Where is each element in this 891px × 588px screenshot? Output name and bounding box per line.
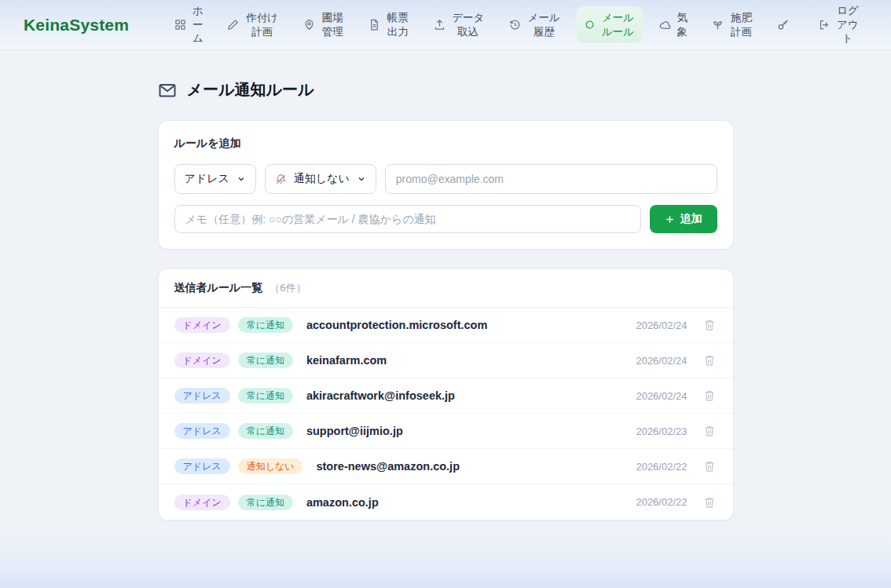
logout-icon <box>819 19 830 31</box>
nav-item-label: メール履歴 <box>526 11 562 38</box>
email-pattern-input[interactable] <box>385 164 717 194</box>
nav-item-field-management[interactable]: 圃場管理 <box>295 6 353 43</box>
memo-input[interactable] <box>174 205 641 233</box>
rule-action-select[interactable]: 通知しない <box>265 164 376 194</box>
add-button-label: 追加 <box>680 212 702 226</box>
nav-item-label: 圃場管理 <box>321 11 345 38</box>
top-navigation: KeinaSystem ホーム 作付け計画 圃場管理 帳票出力 <box>0 0 891 50</box>
page-title: メール通知ルール <box>158 79 734 100</box>
nav-item-label: データ取込 <box>451 11 486 38</box>
nav-item-label: ホーム <box>192 4 204 46</box>
rule-type-badge: ドメイン <box>174 352 230 368</box>
rule-pattern: akiracraftwork@infoseek.jp <box>306 389 629 402</box>
rules-list-card: 送信者ルール一覧 （6件） ドメイン 常に通知 accountprotectio… <box>158 268 734 520</box>
trash-icon <box>703 389 716 402</box>
rule-type-badge: アドレス <box>174 423 230 439</box>
rule-row: ドメイン 常に通知 accountprotection.microsoft.co… <box>159 308 733 343</box>
brand-logo[interactable]: KeinaSystem <box>24 16 129 35</box>
nav-items: ホーム 作付け計画 圃場管理 帳票出力 データ取込 <box>167 0 867 50</box>
delete-rule-button[interactable] <box>702 423 717 439</box>
envelope-icon <box>158 81 177 100</box>
nav-item-label: 施肥計画 <box>729 11 754 38</box>
add-rule-card: ルールを追加 アドレス 通知しない <box>158 120 734 250</box>
sprout-icon <box>712 19 724 31</box>
key-icon <box>777 19 790 31</box>
delete-rule-button[interactable] <box>702 352 717 368</box>
add-rule-button[interactable]: 追加 <box>650 205 717 233</box>
nav-item-label: 作付け計画 <box>244 11 280 38</box>
trash-icon <box>703 460 716 473</box>
nav-item-label: メールルール <box>600 11 636 38</box>
nav-item-weather[interactable]: 気象 <box>651 6 697 43</box>
pencil-icon <box>227 19 239 31</box>
nav-item-mail-history[interactable]: メール履歴 <box>501 6 570 43</box>
plus-icon <box>665 214 675 225</box>
chevron-down-icon <box>236 174 246 184</box>
add-rule-row-2: 追加 <box>174 205 717 233</box>
rules-list-count: （6件） <box>270 281 306 295</box>
rule-pattern: amazon.co.jp <box>306 496 629 509</box>
rule-date: 2026/02/24 <box>636 355 687 367</box>
rule-date: 2026/02/22 <box>636 496 687 508</box>
delete-rule-button[interactable] <box>702 495 717 510</box>
delete-rule-button[interactable] <box>702 458 717 474</box>
nav-item-home[interactable]: ホーム <box>167 0 212 50</box>
rules-list-title: 送信者ルール一覧 <box>174 281 263 295</box>
nav-item-data-import[interactable]: データ取込 <box>426 6 494 43</box>
rule-circle-icon <box>585 20 595 30</box>
rule-date: 2026/02/24 <box>636 390 687 402</box>
add-rule-title: ルールを追加 <box>174 137 717 151</box>
rule-date: 2026/02/23 <box>636 425 687 437</box>
nav-item-password-key[interactable] <box>769 14 803 36</box>
rules-list-body: ドメイン 常に通知 accountprotection.microsoft.co… <box>159 308 733 520</box>
cloud-icon <box>659 19 671 31</box>
nav-item-label: 帳票出力 <box>386 11 410 38</box>
rules-list-header: 送信者ルール一覧 （6件） <box>159 269 733 308</box>
rule-type-badge: アドレス <box>174 388 230 404</box>
rule-type-select[interactable]: アドレス <box>174 164 256 194</box>
rule-action-badge: 通知しない <box>238 458 303 474</box>
trash-icon <box>703 319 716 331</box>
nav-item-report-output[interactable]: 帳票出力 <box>361 6 418 43</box>
rule-pattern: support@iijmio.jp <box>306 425 629 437</box>
page-title-text: メール通知ルール <box>187 79 314 100</box>
rule-row: アドレス 常に通知 akiracraftwork@infoseek.jp 202… <box>159 378 733 414</box>
history-icon <box>509 19 521 31</box>
rule-action-badge: 常に通知 <box>238 388 293 404</box>
rule-date: 2026/02/22 <box>636 461 687 473</box>
rule-date: 2026/02/24 <box>636 320 687 331</box>
rule-row: ドメイン 常に通知 amazon.co.jp 2026/02/22 <box>159 484 733 520</box>
rule-action-badge: 常に通知 <box>238 495 293 510</box>
rule-type-badge: アドレス <box>174 458 230 474</box>
main-content: メール通知ルール ルールを追加 アドレス 通知しない <box>158 79 734 520</box>
upload-icon <box>434 19 446 31</box>
nav-item-planting-plan[interactable]: 作付け計画 <box>219 6 288 43</box>
rule-type-badge: ドメイン <box>174 317 230 333</box>
rule-action-badge: 常に通知 <box>238 352 293 368</box>
nav-item-mail-rules[interactable]: メールルール <box>577 6 644 43</box>
rule-type-value: アドレス <box>185 172 229 186</box>
document-icon <box>368 19 380 31</box>
nav-item-fertilizer-plan[interactable]: 施肥計画 <box>704 6 761 43</box>
delete-rule-button[interactable] <box>702 388 717 404</box>
nav-item-logout[interactable]: ログアウト <box>811 0 867 50</box>
bell-muted-icon <box>275 173 287 185</box>
rule-action-value: 通知しない <box>294 172 350 186</box>
chevron-down-icon <box>357 174 366 184</box>
rule-type-badge: ドメイン <box>174 495 230 510</box>
delete-rule-button[interactable] <box>702 317 717 333</box>
dashboard-icon <box>174 19 186 31</box>
add-rule-row-1: アドレス 通知しない <box>174 164 717 194</box>
rule-action-badge: 常に通知 <box>238 423 293 439</box>
rule-pattern: keinafarm.com <box>306 354 629 367</box>
trash-icon <box>703 496 716 509</box>
rule-row: アドレス 通知しない store-news@amazon.co.jp 2026/… <box>159 449 733 484</box>
map-pin-icon <box>303 19 315 31</box>
rule-pattern: store-news@amazon.co.jp <box>316 460 628 473</box>
trash-icon <box>703 354 716 367</box>
rule-action-badge: 常に通知 <box>238 317 293 333</box>
nav-item-label: 気象 <box>676 11 689 38</box>
nav-item-label: ログアウト <box>836 4 860 46</box>
rule-row: アドレス 常に通知 support@iijmio.jp 2026/02/23 <box>159 414 733 449</box>
trash-icon <box>703 425 716 437</box>
